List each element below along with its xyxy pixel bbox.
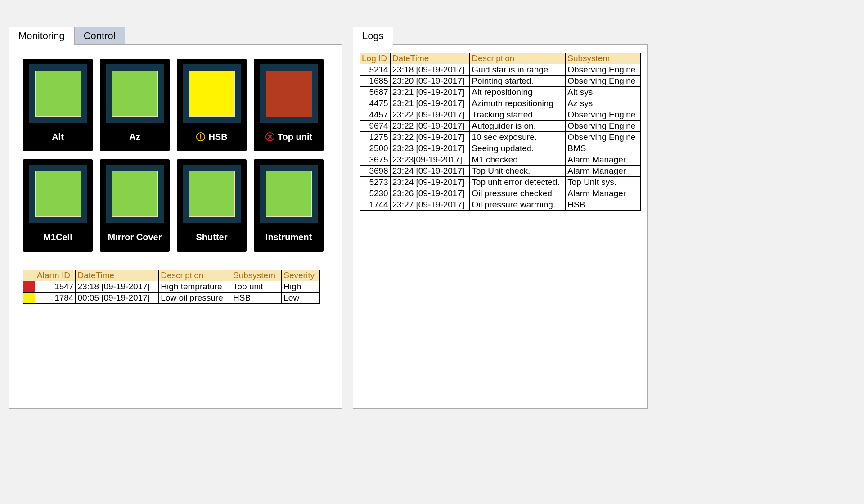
log-dt: 23:27 [09-19-2017] [390, 199, 470, 211]
log-id: 4457 [360, 109, 391, 121]
log-dt: 23:22 [09-19-2017] [390, 121, 470, 132]
table-row[interactable]: 168523:20 [09-19-2017]Pointing started.O… [360, 76, 641, 87]
log-id: 3698 [360, 166, 391, 177]
tile-az[interactable]: Az [100, 59, 170, 151]
alarm-h-id: Alarm ID [35, 270, 76, 281]
status-indicator [35, 71, 81, 117]
log-h-dt: DateTime [390, 53, 470, 64]
table-row[interactable]: 250023:23 [09-19-2017]Seeing updated.BMS [360, 143, 641, 154]
left-tabs: Monitoring Control [9, 27, 342, 45]
tile-hsb[interactable]: HSB [177, 59, 247, 151]
tile-frame [183, 64, 241, 123]
svg-point-2 [200, 138, 202, 140]
table-row[interactable]: 178400:05 [09-19-2017]Low oil pressureHS… [23, 292, 320, 304]
alarm-table-body: 154723:18 [09-19-2017]High tempratureTop… [23, 281, 320, 304]
tile-instrument[interactable]: Instrument [254, 159, 324, 252]
status-indicator [35, 171, 81, 217]
tile-caption: Top unit [265, 126, 312, 147]
tile-caption: Instrument [266, 227, 312, 248]
table-row[interactable]: 445723:22 [09-19-2017]Tracking started.O… [360, 109, 641, 121]
tile-caption: Az [129, 126, 140, 147]
alarm-sub: Top unit [231, 281, 282, 292]
log-h-sub: Subsystem [566, 53, 641, 64]
tab-control[interactable]: Control [74, 27, 125, 45]
table-row[interactable]: 369823:24 [09-19-2017]Top Unit check.Ala… [360, 166, 641, 177]
table-row[interactable]: 521423:18 [09-19-2017]Guid star is in ra… [360, 64, 641, 76]
tile-shutter[interactable]: Shutter [177, 159, 247, 252]
status-indicator [112, 171, 158, 217]
alarm-h-color [23, 270, 35, 281]
status-indicator [266, 71, 312, 117]
tile-label: Top unit [278, 132, 312, 142]
table-row[interactable]: 127523:22 [09-19-2017]10 sec exposure.Ob… [360, 132, 641, 143]
log-desc: Top unit error detected. [470, 177, 566, 188]
log-desc: Seeing updated. [470, 143, 566, 154]
table-row[interactable]: 447523:21 [09-19-2017]Azimuth reposition… [360, 98, 641, 109]
log-sub: Alt sys. [566, 87, 641, 98]
warning-icon [196, 132, 206, 142]
tile-caption: Mirror Cover [108, 227, 162, 248]
log-dt: 23:18 [09-19-2017] [390, 64, 470, 76]
log-sub: Alarm Manager [566, 154, 641, 166]
log-desc: Top Unit check. [470, 166, 566, 177]
log-sub: Observing Engine [566, 121, 641, 132]
tile-alt[interactable]: Alt [23, 59, 93, 151]
log-sub: Alarm Manager [566, 166, 641, 177]
tab-logs[interactable]: Logs [353, 27, 393, 45]
log-desc: Oil pressure warrning [470, 199, 566, 211]
alarm-table: Alarm ID DateTime Description Subsystem … [23, 270, 320, 304]
alarm-sev: Low [282, 292, 320, 304]
table-row[interactable]: 523023:26 [09-19-2017]Oil pressure check… [360, 188, 641, 199]
log-sub: Observing Engine [566, 109, 641, 121]
log-sub: BMS [566, 143, 641, 154]
log-dt: 23:24 [09-19-2017] [390, 177, 470, 188]
table-row[interactable]: 568723:21 [09-19-2017]Alt repositioningA… [360, 87, 641, 98]
tile-label: Az [129, 132, 140, 142]
app-root: Monitoring Control AltAzHSBTop unitM1Cel… [9, 27, 855, 410]
log-desc: Guid star is in range. [470, 64, 566, 76]
log-id: 4475 [360, 98, 391, 109]
logs-body: Log ID DateTime Description Subsystem 52… [353, 44, 648, 409]
tile-top-unit[interactable]: Top unit [254, 59, 324, 151]
table-row[interactable]: 527323:24 [09-19-2017]Top unit error det… [360, 177, 641, 188]
log-desc: Pointing started. [470, 76, 566, 87]
tile-label: HSB [208, 132, 227, 142]
log-desc: 10 sec exposure. [470, 132, 566, 143]
tile-frame [29, 165, 87, 223]
tile-mirror-cover[interactable]: Mirror Cover [100, 159, 170, 252]
alarm-dt: 00:05 [09-19-2017] [76, 292, 159, 304]
tile-frame [260, 165, 318, 223]
table-row[interactable]: 367523:23[09-19-2017]M1 checked.Alarm Ma… [360, 154, 641, 166]
log-sub: Observing Engine [566, 76, 641, 87]
log-dt: 23:20 [09-19-2017] [390, 76, 470, 87]
alarm-sev: High [282, 281, 320, 292]
table-row[interactable]: 174423:27 [09-19-2017]Oil pressure warrn… [360, 199, 641, 211]
log-desc: Alt repositioning [470, 87, 566, 98]
log-id: 1275 [360, 132, 391, 143]
log-table-body: 521423:18 [09-19-2017]Guid star is in ra… [360, 64, 641, 211]
tile-label: Shutter [196, 233, 228, 242]
log-desc: Autoguider is on. [470, 121, 566, 132]
tab-monitoring[interactable]: Monitoring [9, 27, 74, 45]
left-panel: Monitoring Control AltAzHSBTop unitM1Cel… [9, 27, 342, 410]
table-row[interactable]: 154723:18 [09-19-2017]High tempratureTop… [23, 281, 320, 292]
log-desc: Azimuth repositioning [470, 98, 566, 109]
log-id: 9674 [360, 121, 391, 132]
tile-frame [106, 64, 164, 123]
alarm-sub: HSB [231, 292, 282, 304]
log-id: 5687 [360, 87, 391, 98]
alarm-h-sub: Subsystem [231, 270, 282, 281]
tile-frame [260, 64, 318, 123]
log-dt: 23:22 [09-19-2017] [390, 109, 470, 121]
tile-m1cell[interactable]: M1Cell [23, 159, 93, 252]
table-row[interactable]: 967423:22 [09-19-2017]Autoguider is on.O… [360, 121, 641, 132]
subsystem-tiles: AltAzHSBTop unitM1CellMirror CoverShutte… [23, 59, 328, 252]
tile-frame [106, 165, 164, 223]
log-id: 2500 [360, 143, 391, 154]
alarm-desc: Low oil pressure [159, 292, 231, 304]
log-h-id: Log ID [360, 53, 391, 64]
error-icon [265, 132, 275, 142]
tile-frame [29, 64, 87, 123]
log-dt: 23:23[09-19-2017] [390, 154, 470, 166]
status-indicator [112, 71, 158, 117]
